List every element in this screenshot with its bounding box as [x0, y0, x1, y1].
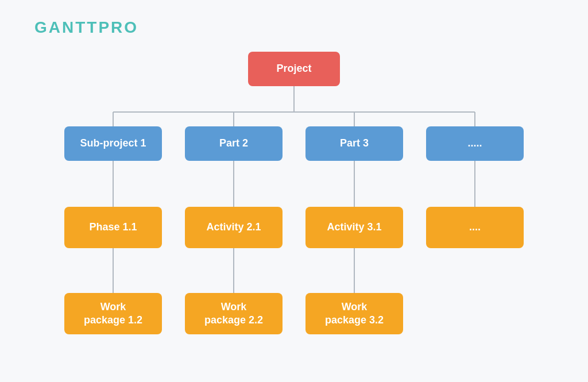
- node-part2: Part 2: [185, 126, 283, 161]
- col-l2-4: ....: [426, 207, 524, 248]
- level-2-row: Phase 1.1 Activity 2.1 Activity 3.1 ....: [0, 207, 588, 248]
- col-l2-3: Activity 3.1: [305, 207, 403, 248]
- col-l3-3: Workpackage 3.2: [305, 293, 403, 334]
- level-0-row: Project: [0, 52, 588, 86]
- node-dots1: .....: [426, 126, 524, 161]
- node-subproject1: Sub-project 1: [64, 126, 162, 161]
- org-chart: Project Sub-project 1 Part 2 Part 3 ....…: [0, 52, 588, 382]
- level-1-row: Sub-project 1 Part 2 Part 3 .....: [0, 126, 588, 161]
- node-wp12: Workpackage 1.2: [64, 293, 162, 334]
- col-l2-1: Phase 1.1: [64, 207, 162, 248]
- col-4: .....: [426, 126, 524, 161]
- page: GANTTPRO: [0, 0, 588, 382]
- col-l3-1: Workpackage 1.2: [64, 293, 162, 334]
- col-3: Part 3: [305, 126, 403, 161]
- node-part3: Part 3: [305, 126, 403, 161]
- node-dots2: ....: [426, 207, 524, 248]
- node-wp32: Workpackage 3.2: [305, 293, 403, 334]
- node-activity31: Activity 3.1: [305, 207, 403, 248]
- col-1: Sub-project 1: [64, 126, 162, 161]
- col-l3-2: Workpackage 2.2: [185, 293, 283, 334]
- level-3-row: Workpackage 1.2 Workpackage 2.2 Workpack…: [0, 293, 588, 334]
- logo: GANTTPRO: [34, 18, 138, 37]
- col-l3-4: [426, 293, 524, 334]
- node-wp22: Workpackage 2.2: [185, 293, 283, 334]
- node-project: Project: [248, 52, 340, 86]
- node-activity21: Activity 2.1: [185, 207, 283, 248]
- node-phase11: Phase 1.1: [64, 207, 162, 248]
- col-l2-2: Activity 2.1: [185, 207, 283, 248]
- col-2: Part 2: [185, 126, 283, 161]
